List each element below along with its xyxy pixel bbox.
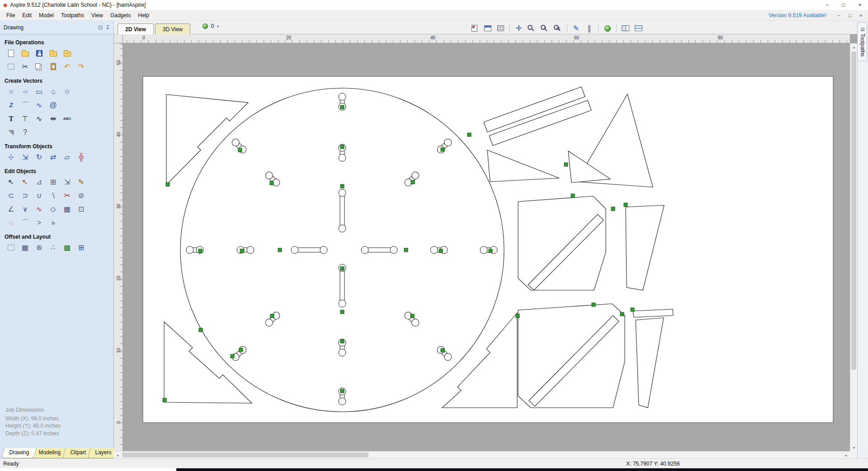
start-node[interactable] — [340, 267, 344, 270]
vertical-scrollbar[interactable]: ▴ ▾ — [850, 43, 857, 451]
open-file-button[interactable] — [19, 47, 32, 59]
horizontal-ruler[interactable]: 020406080 — [123, 34, 850, 43]
toggle-guides-button[interactable]: ∥ — [583, 22, 596, 34]
measure-tool-button[interactable]: ⊿ — [33, 176, 46, 188]
layout-tool-button[interactable]: ⊞ — [75, 241, 88, 254]
vector-circle[interactable] — [180, 88, 504, 412]
repair-tool-button[interactable]: ✎ — [75, 176, 88, 188]
start-node[interactable] — [592, 303, 595, 306]
start-node[interactable] — [624, 203, 627, 207]
set-size-button[interactable]: ⇲ — [19, 151, 32, 163]
start-node[interactable] — [439, 249, 443, 253]
export-selection-button[interactable] — [5, 61, 18, 73]
menu-help[interactable]: Help — [134, 11, 153, 20]
start-node[interactable] — [340, 184, 344, 188]
toggle-snap-button[interactable]: ✎ — [570, 22, 583, 34]
start-node[interactable] — [240, 249, 244, 253]
menu-view[interactable]: View — [88, 11, 107, 20]
rotate-button[interactable]: ↻ — [33, 151, 46, 163]
vertical-ruler[interactable]: 50403020100 — [114, 43, 123, 451]
nesting-button[interactable]: ▩ — [61, 241, 74, 254]
layer-control[interactable]: 0 ▾ — [203, 23, 219, 29]
keep-inside-button[interactable]: ⊘ — [75, 189, 88, 202]
start-node[interactable] — [571, 194, 575, 198]
draw-polygon-button[interactable]: ⌂ — [47, 85, 60, 98]
align-objects-button[interactable]: ╬ — [75, 151, 88, 163]
copy-button[interactable] — [33, 61, 46, 73]
copy-along-vector-button[interactable]: ∴ — [47, 241, 60, 254]
pin-panel-icon[interactable]: ↧ — [105, 24, 110, 31]
menu-file[interactable]: File — [3, 11, 19, 20]
toolpaths-tab[interactable]: ▤ Toolpaths — [859, 22, 867, 61]
trim-vectors-button[interactable]: ✂ — [61, 189, 74, 202]
select-tool-button[interactable]: ↖ — [5, 176, 18, 188]
numeric-edit-button[interactable]: ⊞ — [47, 176, 60, 188]
plate-bottom-right[interactable] — [518, 304, 625, 408]
window-minimize-button[interactable]: − — [819, 0, 835, 10]
start-node[interactable] — [163, 398, 166, 402]
cut-button[interactable]: ✂ — [19, 61, 32, 73]
draw-polyline-button[interactable]: Z — [5, 99, 18, 111]
draw-curve-button[interactable]: ∿ — [33, 99, 46, 111]
distort-button[interactable]: ▱ — [61, 151, 74, 163]
precise-move-button[interactable]: ⇲ — [61, 176, 74, 188]
menu-toolpaths[interactable]: Toolpaths — [57, 11, 88, 20]
toggle-grid-button[interactable] — [494, 22, 507, 34]
lasso-select-button[interactable]: ◌ — [5, 217, 18, 229]
start-node[interactable] — [270, 181, 274, 185]
start-node[interactable] — [198, 249, 202, 253]
start-node[interactable] — [564, 163, 568, 166]
start-node[interactable] — [166, 183, 170, 186]
tile-windows-vertical-button[interactable] — [632, 22, 645, 34]
start-node[interactable] — [270, 314, 274, 318]
tile-windows-horizontal-button[interactable] — [619, 22, 632, 34]
ungroup-vectors-button[interactable]: ⊃ — [19, 189, 32, 202]
mirror-button[interactable]: ⇄ — [47, 151, 60, 163]
node-editing-button[interactable]: ↖ — [19, 176, 32, 188]
scroll-down-icon[interactable]: ▾ — [850, 444, 858, 451]
dock-panel-icon[interactable]: ⊡ — [98, 24, 103, 31]
view-tab-2d-view[interactable]: 2D View — [118, 24, 154, 34]
draw-ellipse-button[interactable]: ○ — [19, 85, 32, 98]
fit-curves-button[interactable]: ∨ — [19, 203, 32, 215]
view-tab-3d-view[interactable]: 3D View — [155, 24, 190, 34]
start-node[interactable] — [516, 314, 519, 318]
text-on-curve-button[interactable]: ∿ — [33, 113, 46, 125]
start-node[interactable] — [238, 148, 242, 152]
zoom-box-button[interactable]: + — [538, 22, 552, 34]
start-node[interactable] — [340, 310, 344, 314]
start-node[interactable] — [278, 248, 282, 252]
draw-circle-button[interactable]: ○ — [5, 85, 18, 98]
draw-arc-button[interactable]: ⌒ — [19, 99, 32, 111]
circular-copy-button[interactable]: ⊛ — [33, 241, 46, 254]
horizontal-scrollbar[interactable]: ◂ ▸ — [114, 451, 850, 458]
draw-dimensions-button[interactable]: ◥ — [5, 126, 18, 138]
new-file-button[interactable] — [5, 47, 18, 59]
start-node[interactable] — [441, 349, 444, 352]
draw-spiral-button[interactable]: @ — [47, 99, 60, 111]
group-vectors-button[interactable]: ⊂ — [5, 189, 18, 202]
orbit-3d-button[interactable] — [601, 22, 614, 34]
chamfer-tool-button[interactable]: » — [47, 217, 60, 229]
menu-edit[interactable]: Edit — [19, 11, 35, 20]
join-vectors-button[interactable]: ◇ — [47, 203, 60, 215]
start-node[interactable] — [340, 389, 344, 393]
undo-button[interactable]: ↶ — [61, 61, 74, 73]
document-close-button[interactable]: × — [855, 13, 866, 18]
menu-gadgets[interactable]: Gadgets — [107, 11, 134, 20]
measure-help-button[interactable]: ? — [19, 126, 32, 138]
start-node[interactable] — [199, 328, 203, 332]
knife-tool-button[interactable]: ∠ — [5, 203, 18, 215]
vertical-scroll-thumb[interactable] — [851, 52, 856, 370]
start-node[interactable] — [489, 249, 492, 253]
smooth-polyline-button[interactable]: ∿ — [33, 203, 46, 215]
start-node[interactable] — [441, 148, 444, 151]
draw-text-box-button[interactable]: ⊤ — [19, 113, 32, 125]
save-file-button[interactable] — [33, 47, 46, 59]
set-job-origin-button[interactable] — [468, 22, 481, 34]
start-node[interactable] — [231, 354, 234, 358]
subtract-vectors-button[interactable]: ∖ — [47, 189, 60, 202]
extend-vectors-button[interactable]: > — [33, 217, 46, 229]
move-selection-button[interactable]: ⊹ — [5, 151, 18, 163]
start-node[interactable] — [340, 339, 344, 343]
